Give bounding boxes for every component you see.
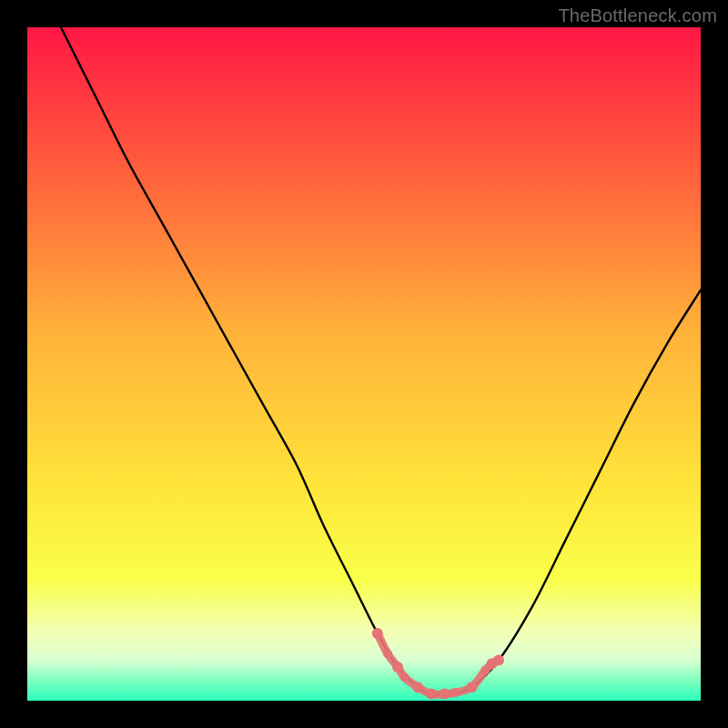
trough-marker [440,689,450,700]
watermark-text: TheBottleneck.com [558,5,717,26]
trough-marker [466,682,477,693]
trough-marker [450,688,460,697]
trough-marker [412,682,423,693]
trough-marker [426,689,437,700]
chart-stage: TheBottleneck.com [0,0,728,728]
trough-marker [493,655,504,666]
plot-background [27,27,701,701]
trough-marker [392,662,403,672]
trough-marker [399,672,409,682]
chart-svg [0,0,728,728]
trough-marker [383,649,392,658]
trough-marker [372,628,383,639]
